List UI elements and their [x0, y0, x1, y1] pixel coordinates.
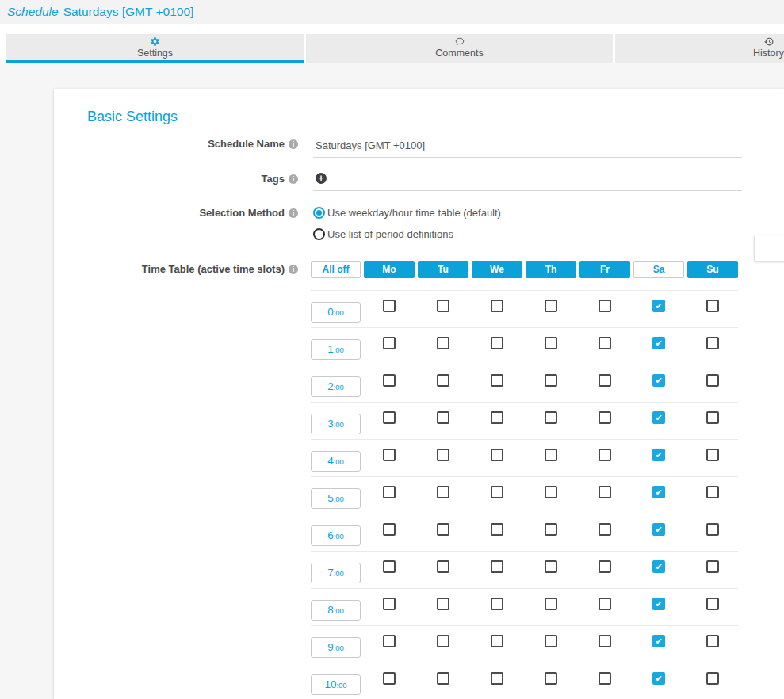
timeslot-checkbox-sa-0[interactable]: [652, 300, 665, 312]
info-icon[interactable]: i: [289, 139, 298, 149]
timeslot-checkbox-tu-1[interactable]: [437, 337, 449, 350]
timeslot-checkbox-th-5[interactable]: [545, 486, 557, 498]
timeslot-checkbox-fr-0[interactable]: [599, 300, 611, 312]
timeslot-checkbox-mo-7[interactable]: [383, 560, 396, 573]
timeslot-checkbox-su-4[interactable]: [706, 449, 719, 461]
timeslot-checkbox-sa-2[interactable]: [652, 374, 665, 387]
timeslot-checkbox-tu-8[interactable]: [437, 598, 449, 610]
day-button-sa[interactable]: Sa: [633, 261, 684, 278]
timeslot-checkbox-mo-9[interactable]: [383, 635, 396, 647]
timeslot-checkbox-su-5[interactable]: [706, 486, 719, 498]
hour-button[interactable]: 9:00: [311, 637, 361, 658]
timeslot-checkbox-su-10[interactable]: [706, 672, 719, 685]
day-button-th[interactable]: Th: [526, 261, 576, 278]
timeslot-checkbox-tu-10[interactable]: [437, 672, 449, 685]
timeslot-checkbox-th-10[interactable]: [545, 672, 557, 685]
timeslot-checkbox-tu-7[interactable]: [437, 560, 449, 573]
day-button-fr[interactable]: Fr: [579, 261, 630, 278]
side-flyout-handle[interactable]: [754, 235, 784, 262]
timeslot-checkbox-sa-5[interactable]: [652, 486, 665, 498]
timeslot-checkbox-fr-7[interactable]: [599, 560, 611, 573]
day-button-tu[interactable]: Tu: [418, 261, 468, 278]
timeslot-checkbox-mo-0[interactable]: [383, 300, 396, 312]
timeslot-checkbox-mo-8[interactable]: [383, 598, 396, 610]
day-button-su[interactable]: Su: [687, 261, 738, 278]
timeslot-checkbox-th-3[interactable]: [545, 411, 557, 424]
hour-button[interactable]: 3:00: [311, 414, 361, 434]
timeslot-checkbox-su-7[interactable]: [706, 560, 719, 573]
timeslot-checkbox-sa-4[interactable]: [652, 449, 665, 461]
timeslot-checkbox-th-6[interactable]: [545, 523, 557, 536]
timeslot-checkbox-fr-4[interactable]: [599, 449, 611, 461]
hour-button[interactable]: 10:00: [311, 674, 361, 695]
timeslot-checkbox-sa-1[interactable]: [652, 337, 665, 350]
hour-button[interactable]: 1:00: [311, 339, 361, 360]
timeslot-checkbox-we-4[interactable]: [491, 449, 503, 461]
timeslot-checkbox-fr-1[interactable]: [599, 337, 611, 350]
timeslot-checkbox-we-1[interactable]: [491, 337, 503, 350]
timeslot-checkbox-th-1[interactable]: [545, 337, 557, 350]
timeslot-checkbox-th-0[interactable]: [545, 300, 557, 312]
timeslot-checkbox-su-3[interactable]: [706, 411, 719, 424]
timeslot-checkbox-th-8[interactable]: [545, 598, 557, 610]
timeslot-checkbox-mo-4[interactable]: [383, 449, 396, 461]
hour-button[interactable]: 6:00: [311, 525, 361, 546]
timeslot-checkbox-sa-10[interactable]: [652, 672, 665, 685]
timeslot-checkbox-mo-6[interactable]: [383, 523, 396, 536]
timeslot-checkbox-tu-6[interactable]: [437, 523, 449, 536]
tab-settings[interactable]: Settings: [6, 34, 304, 63]
timeslot-checkbox-sa-9[interactable]: [652, 635, 665, 647]
radio-option-period-list[interactable]: Use list of period definitions: [313, 228, 742, 240]
timeslot-checkbox-we-9[interactable]: [491, 635, 503, 647]
timeslot-checkbox-sa-8[interactable]: [652, 598, 665, 610]
day-button-mo[interactable]: Mo: [364, 261, 415, 278]
timeslot-checkbox-fr-3[interactable]: [599, 411, 611, 424]
timeslot-checkbox-tu-2[interactable]: [437, 374, 449, 387]
info-icon[interactable]: i: [289, 174, 298, 184]
timeslot-checkbox-fr-10[interactable]: [599, 672, 611, 685]
timeslot-checkbox-mo-5[interactable]: [383, 486, 396, 498]
schedule-name-input[interactable]: [313, 139, 742, 152]
timeslot-checkbox-fr-9[interactable]: [599, 635, 611, 647]
timeslot-checkbox-mo-10[interactable]: [383, 672, 396, 685]
all-off-button[interactable]: All off: [311, 261, 361, 278]
tab-history[interactable]: History: [615, 34, 784, 63]
timeslot-checkbox-we-3[interactable]: [491, 411, 503, 424]
timeslot-checkbox-su-9[interactable]: [706, 635, 719, 647]
radio-option-timetable[interactable]: Use weekday/hour time table (default): [313, 207, 742, 219]
timeslot-checkbox-tu-9[interactable]: [437, 635, 449, 647]
timeslot-checkbox-mo-1[interactable]: [383, 337, 396, 350]
timeslot-checkbox-th-4[interactable]: [545, 449, 557, 461]
timeslot-checkbox-we-5[interactable]: [491, 486, 503, 498]
timeslot-checkbox-th-9[interactable]: [545, 635, 557, 647]
hour-button[interactable]: 2:00: [311, 376, 361, 397]
hour-button[interactable]: 7:00: [311, 563, 361, 583]
timeslot-checkbox-sa-7[interactable]: [652, 560, 665, 573]
timeslot-checkbox-sa-3[interactable]: [652, 411, 665, 424]
timeslot-checkbox-tu-3[interactable]: [437, 411, 449, 424]
timeslot-checkbox-su-0[interactable]: [706, 300, 719, 312]
timeslot-checkbox-we-7[interactable]: [491, 560, 503, 573]
hour-button[interactable]: 5:00: [311, 488, 361, 509]
timeslot-checkbox-tu-0[interactable]: [437, 300, 449, 312]
timeslot-checkbox-we-10[interactable]: [491, 672, 503, 685]
timeslot-checkbox-fr-8[interactable]: [599, 598, 611, 610]
timeslot-checkbox-tu-4[interactable]: [437, 449, 449, 461]
hour-button[interactable]: 0:00: [311, 302, 361, 323]
timeslot-checkbox-th-2[interactable]: [545, 374, 557, 387]
timeslot-checkbox-fr-5[interactable]: [599, 486, 611, 498]
tab-comments[interactable]: Comments: [306, 34, 613, 63]
timeslot-checkbox-mo-3[interactable]: [383, 411, 396, 424]
info-icon[interactable]: i: [289, 208, 298, 218]
timeslot-checkbox-su-1[interactable]: [706, 337, 719, 350]
timeslot-checkbox-su-8[interactable]: [706, 598, 719, 610]
timeslot-checkbox-we-0[interactable]: [491, 300, 503, 312]
hour-button[interactable]: 4:00: [311, 451, 361, 472]
day-button-we[interactable]: We: [472, 261, 522, 278]
timeslot-checkbox-su-6[interactable]: [706, 523, 719, 536]
add-tag-button[interactable]: +: [316, 173, 327, 184]
timeslot-checkbox-tu-5[interactable]: [437, 486, 449, 498]
timeslot-checkbox-we-2[interactable]: [491, 374, 503, 387]
timeslot-checkbox-fr-6[interactable]: [599, 523, 611, 536]
timeslot-checkbox-th-7[interactable]: [545, 560, 557, 573]
